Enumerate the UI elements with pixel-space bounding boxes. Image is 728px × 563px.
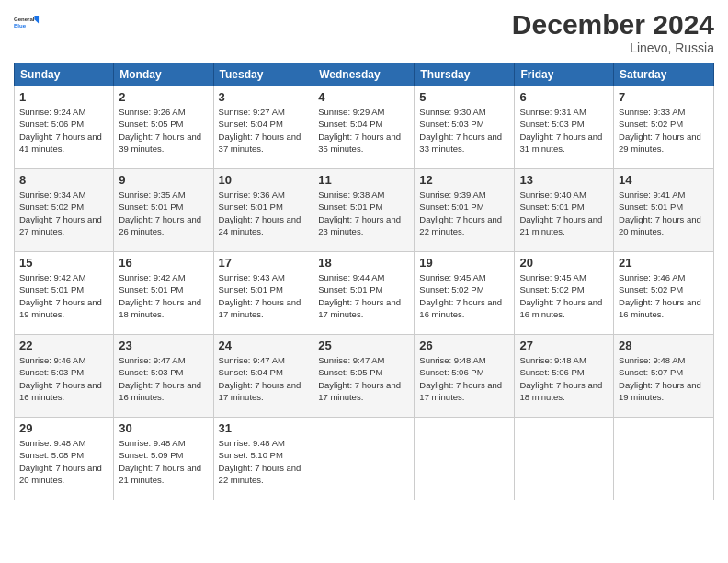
day-number: 10 bbox=[219, 173, 309, 187]
day-info: Sunrise: 9:48 AMSunset: 5:06 PMDaylight:… bbox=[519, 355, 602, 402]
day-number: 13 bbox=[519, 173, 609, 187]
day-info: Sunrise: 9:30 AMSunset: 5:03 PMDaylight:… bbox=[419, 107, 502, 154]
svg-text:General: General bbox=[14, 17, 35, 22]
calendar-row: 15 Sunrise: 9:42 AMSunset: 5:01 PMDaylig… bbox=[15, 252, 714, 335]
day-number: 27 bbox=[519, 339, 609, 352]
day-info: Sunrise: 9:39 AMSunset: 5:01 PMDaylight:… bbox=[419, 190, 502, 236]
day-info: Sunrise: 9:45 AMSunset: 5:02 PMDaylight:… bbox=[519, 272, 602, 319]
day-number: 6 bbox=[519, 90, 609, 104]
logo: GeneralBlue bbox=[14, 9, 40, 35]
calendar-cell: 17 Sunrise: 9:43 AMSunset: 5:01 PMDaylig… bbox=[213, 252, 313, 335]
day-number: 31 bbox=[219, 421, 309, 435]
day-number: 18 bbox=[318, 256, 409, 270]
calendar-row: 8 Sunrise: 9:34 AMSunset: 5:02 PMDayligh… bbox=[15, 169, 714, 252]
day-info: Sunrise: 9:42 AMSunset: 5:01 PMDaylight:… bbox=[19, 272, 102, 319]
day-number: 11 bbox=[318, 173, 409, 187]
svg-marker-2 bbox=[34, 16, 39, 23]
day-number: 25 bbox=[318, 339, 409, 352]
header-sunday: Sunday bbox=[15, 63, 114, 86]
calendar-cell: 19 Sunrise: 9:45 AMSunset: 5:02 PMDaylig… bbox=[415, 252, 515, 335]
calendar-cell: 13 Sunrise: 9:40 AMSunset: 5:01 PMDaylig… bbox=[515, 169, 614, 252]
weekday-header-row: Sunday Monday Tuesday Wednesday Thursday… bbox=[15, 63, 714, 86]
calendar-row: 1 Sunrise: 9:24 AMSunset: 5:06 PMDayligh… bbox=[15, 86, 714, 169]
header-tuesday: Tuesday bbox=[213, 63, 313, 86]
calendar-cell: 1 Sunrise: 9:24 AMSunset: 5:06 PMDayligh… bbox=[15, 86, 114, 169]
day-info: Sunrise: 9:41 AMSunset: 5:01 PMDaylight:… bbox=[619, 190, 701, 236]
day-info: Sunrise: 9:48 AMSunset: 5:09 PMDaylight:… bbox=[119, 438, 201, 485]
calendar-cell: 3 Sunrise: 9:27 AMSunset: 5:04 PMDayligh… bbox=[213, 86, 313, 169]
day-info: Sunrise: 9:45 AMSunset: 5:02 PMDaylight:… bbox=[419, 272, 502, 319]
calendar-cell: 9 Sunrise: 9:35 AMSunset: 5:01 PMDayligh… bbox=[114, 169, 213, 252]
day-number: 19 bbox=[419, 256, 509, 270]
day-number: 22 bbox=[19, 339, 108, 352]
day-info: Sunrise: 9:24 AMSunset: 5:06 PMDaylight:… bbox=[19, 107, 102, 154]
calendar-cell: 23 Sunrise: 9:47 AMSunset: 5:03 PMDaylig… bbox=[114, 335, 213, 418]
day-number: 29 bbox=[19, 421, 108, 435]
day-number: 5 bbox=[419, 90, 509, 104]
day-number: 28 bbox=[619, 339, 709, 352]
day-info: Sunrise: 9:47 AMSunset: 5:04 PMDaylight:… bbox=[219, 355, 301, 402]
calendar-cell: 29 Sunrise: 9:48 AMSunset: 5:08 PMDaylig… bbox=[15, 418, 114, 500]
day-info: Sunrise: 9:27 AMSunset: 5:04 PMDaylight:… bbox=[219, 107, 301, 154]
calendar-cell: 30 Sunrise: 9:48 AMSunset: 5:09 PMDaylig… bbox=[114, 418, 213, 500]
calendar-cell: 2 Sunrise: 9:26 AMSunset: 5:05 PMDayligh… bbox=[114, 86, 213, 169]
title-block: December 2024 Linevo, Russia bbox=[512, 9, 714, 55]
calendar-cell: 8 Sunrise: 9:34 AMSunset: 5:02 PMDayligh… bbox=[15, 169, 114, 252]
calendar-cell: 14 Sunrise: 9:41 AMSunset: 5:01 PMDaylig… bbox=[614, 169, 714, 252]
day-number: 23 bbox=[119, 339, 208, 352]
location: Linevo, Russia bbox=[512, 40, 714, 55]
svg-text:Blue: Blue bbox=[14, 23, 27, 29]
calendar-cell: 11 Sunrise: 9:38 AMSunset: 5:01 PMDaylig… bbox=[313, 169, 415, 252]
day-info: Sunrise: 9:35 AMSunset: 5:01 PMDaylight:… bbox=[119, 190, 201, 236]
day-info: Sunrise: 9:29 AMSunset: 5:04 PMDaylight:… bbox=[318, 107, 401, 154]
calendar: Sunday Monday Tuesday Wednesday Thursday… bbox=[14, 63, 714, 500]
day-info: Sunrise: 9:48 AMSunset: 5:06 PMDaylight:… bbox=[419, 355, 502, 402]
day-info: Sunrise: 9:44 AMSunset: 5:01 PMDaylight:… bbox=[318, 272, 401, 319]
day-number: 9 bbox=[119, 173, 208, 187]
calendar-cell: 21 Sunrise: 9:46 AMSunset: 5:02 PMDaylig… bbox=[614, 252, 714, 335]
header-saturday: Saturday bbox=[614, 63, 714, 86]
page: GeneralBlue December 2024 Linevo, Russia… bbox=[0, 0, 728, 563]
day-info: Sunrise: 9:48 AMSunset: 5:07 PMDaylight:… bbox=[619, 355, 701, 402]
day-info: Sunrise: 9:26 AMSunset: 5:05 PMDaylight:… bbox=[119, 107, 201, 154]
day-number: 2 bbox=[119, 90, 208, 104]
day-number: 26 bbox=[419, 339, 509, 352]
day-info: Sunrise: 9:48 AMSunset: 5:10 PMDaylight:… bbox=[219, 438, 301, 485]
day-number: 8 bbox=[19, 173, 108, 187]
calendar-cell: 10 Sunrise: 9:36 AMSunset: 5:01 PMDaylig… bbox=[213, 169, 313, 252]
day-number: 17 bbox=[219, 256, 309, 270]
header-wednesday: Wednesday bbox=[313, 63, 415, 86]
calendar-cell: 25 Sunrise: 9:47 AMSunset: 5:05 PMDaylig… bbox=[313, 335, 415, 418]
day-number: 24 bbox=[219, 339, 309, 352]
calendar-cell bbox=[415, 418, 515, 500]
header-friday: Friday bbox=[515, 63, 614, 86]
logo-icon: GeneralBlue bbox=[14, 9, 40, 35]
calendar-cell: 20 Sunrise: 9:45 AMSunset: 5:02 PMDaylig… bbox=[515, 252, 614, 335]
day-info: Sunrise: 9:34 AMSunset: 5:02 PMDaylight:… bbox=[19, 190, 102, 236]
day-number: 15 bbox=[19, 256, 108, 270]
day-info: Sunrise: 9:47 AMSunset: 5:03 PMDaylight:… bbox=[119, 355, 201, 402]
header-monday: Monday bbox=[114, 63, 213, 86]
day-number: 14 bbox=[619, 173, 709, 187]
calendar-cell: 15 Sunrise: 9:42 AMSunset: 5:01 PMDaylig… bbox=[15, 252, 114, 335]
day-info: Sunrise: 9:43 AMSunset: 5:01 PMDaylight:… bbox=[219, 272, 301, 319]
month-title: December 2024 bbox=[512, 9, 714, 40]
day-info: Sunrise: 9:31 AMSunset: 5:03 PMDaylight:… bbox=[519, 107, 602, 154]
calendar-cell: 12 Sunrise: 9:39 AMSunset: 5:01 PMDaylig… bbox=[415, 169, 515, 252]
day-info: Sunrise: 9:36 AMSunset: 5:01 PMDaylight:… bbox=[219, 190, 301, 236]
calendar-cell bbox=[313, 418, 415, 500]
calendar-cell: 22 Sunrise: 9:46 AMSunset: 5:03 PMDaylig… bbox=[15, 335, 114, 418]
calendar-cell: 31 Sunrise: 9:48 AMSunset: 5:10 PMDaylig… bbox=[213, 418, 313, 500]
day-info: Sunrise: 9:33 AMSunset: 5:02 PMDaylight:… bbox=[619, 107, 701, 154]
calendar-cell: 27 Sunrise: 9:48 AMSunset: 5:06 PMDaylig… bbox=[515, 335, 614, 418]
calendar-cell: 26 Sunrise: 9:48 AMSunset: 5:06 PMDaylig… bbox=[415, 335, 515, 418]
day-info: Sunrise: 9:48 AMSunset: 5:08 PMDaylight:… bbox=[19, 438, 102, 485]
calendar-cell: 18 Sunrise: 9:44 AMSunset: 5:01 PMDaylig… bbox=[313, 252, 415, 335]
calendar-cell: 6 Sunrise: 9:31 AMSunset: 5:03 PMDayligh… bbox=[515, 86, 614, 169]
day-number: 16 bbox=[119, 256, 208, 270]
header: GeneralBlue December 2024 Linevo, Russia bbox=[14, 9, 714, 55]
calendar-cell: 28 Sunrise: 9:48 AMSunset: 5:07 PMDaylig… bbox=[614, 335, 714, 418]
day-number: 30 bbox=[119, 421, 208, 435]
calendar-row: 29 Sunrise: 9:48 AMSunset: 5:08 PMDaylig… bbox=[15, 418, 714, 500]
day-number: 20 bbox=[519, 256, 609, 270]
